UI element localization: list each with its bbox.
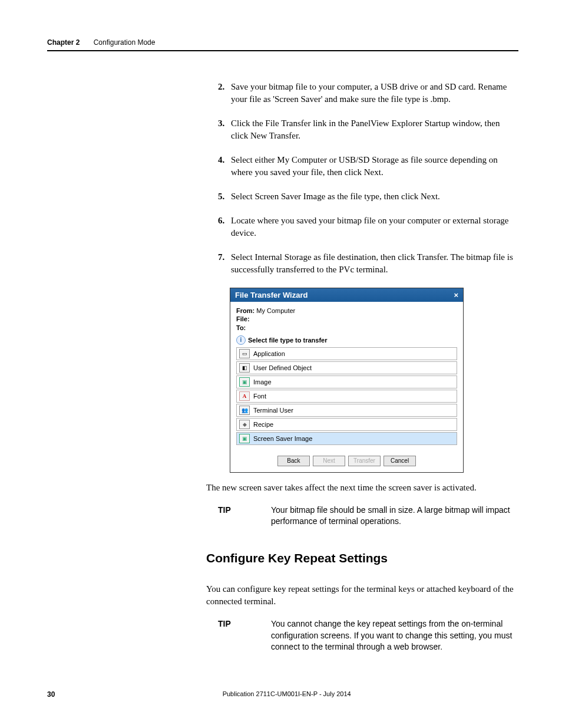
step-number: 3. [218, 117, 231, 142]
file-transfer-dialog: File Transfer Wizard × From: My Computer… [230, 288, 464, 473]
udo-icon: ◧ [239, 363, 250, 373]
dialog-title: File Transfer Wizard [235, 291, 308, 299]
steps-list: 2.Save your bitmap file to your computer… [218, 81, 518, 276]
after-dialog-text: The new screen saver takes affect the ne… [206, 482, 518, 494]
step-item: 7.Select Internal Storage as file destin… [218, 251, 518, 276]
file-type-row[interactable]: 👥Terminal User [236, 404, 457, 417]
chapter-label: Chapter 2 [47, 38, 80, 47]
dialog-titlebar: File Transfer Wizard × [230, 288, 463, 302]
step-number: 5. [218, 190, 231, 203]
file-type-row[interactable]: ▭Application [236, 347, 457, 360]
img-icon: ▣ [239, 434, 250, 443]
back-button[interactable]: Back [277, 456, 310, 466]
file-type-label: Application [253, 350, 285, 357]
section-para: You can configure key repeat settings fo… [206, 583, 518, 608]
file-type-label: User Defined Object [253, 364, 312, 371]
file-type-row[interactable]: ◆Recipe [236, 418, 457, 431]
step-number: 2. [218, 81, 231, 106]
chapter-title: Configuration Mode [94, 38, 156, 47]
font-icon: A [239, 391, 250, 401]
user-icon: 👥 [239, 406, 250, 415]
page-header: Chapter 2 Configuration Mode [47, 38, 518, 51]
section-heading: Configure Key Repeat Settings [206, 551, 518, 565]
step-item: 5.Select Screen Saver Image as the file … [218, 190, 518, 203]
transfer-button[interactable]: Transfer [348, 456, 381, 466]
next-button[interactable]: Next [313, 456, 345, 466]
tip-1: TIP Your bitmap file should be small in … [218, 505, 518, 528]
page-footer: 30 Publication 2711C-UM001I-EN-P - July … [47, 690, 518, 699]
step-number: 7. [218, 251, 231, 276]
file-type-label: Terminal User [253, 407, 293, 414]
step-number: 4. [218, 154, 231, 179]
step-item: 2.Save your bitmap file to your computer… [218, 81, 518, 106]
step-number: 6. [218, 215, 231, 239]
dialog-prompt: i Select file type to transfer [236, 335, 457, 345]
page-number: 30 [47, 690, 55, 699]
file-type-label: Image [253, 378, 272, 386]
recipe-icon: ◆ [239, 420, 250, 429]
file-type-label: Font [253, 393, 266, 400]
step-item: 6.Locate where you saved your bitmap fil… [218, 215, 518, 239]
cancel-button[interactable]: Cancel [384, 456, 416, 466]
file-type-row[interactable]: ▣Screen Saver Image [236, 432, 457, 445]
step-text: Save your bitmap file to your computer, … [231, 81, 518, 106]
step-item: 4.Select either My Computer or USB/SD St… [218, 154, 518, 179]
step-text: Click the File Transfer link in the Pane… [231, 117, 518, 142]
file-type-row[interactable]: ◧User Defined Object [236, 361, 457, 374]
step-text: Select either My Computer or USB/SD Stor… [231, 154, 518, 179]
file-type-list: ▭Application◧User Defined Object▣ImageAF… [236, 347, 457, 445]
dialog-meta: From: My Computer File: To: [236, 307, 457, 332]
step-text: Locate where you saved your bitmap file … [231, 215, 518, 239]
step-item: 3.Click the File Transfer link in the Pa… [218, 117, 518, 142]
file-type-label: Screen Saver Image [253, 435, 312, 442]
tip-2: TIP You cannot change the key repeat set… [218, 618, 518, 653]
img-icon: ▣ [239, 377, 250, 387]
close-icon[interactable]: × [454, 291, 458, 299]
info-icon: i [236, 335, 246, 345]
app-icon: ▭ [239, 349, 250, 358]
file-type-row[interactable]: ▣Image [236, 375, 457, 388]
step-text: Select Screen Saver Image as the file ty… [231, 190, 440, 203]
step-text: Select Internal Storage as file destinat… [231, 251, 518, 276]
file-type-label: Recipe [253, 421, 273, 428]
publication-id: Publication 2711C-UM001I-EN-P - July 201… [47, 690, 518, 697]
file-type-row[interactable]: AFont [236, 390, 457, 403]
